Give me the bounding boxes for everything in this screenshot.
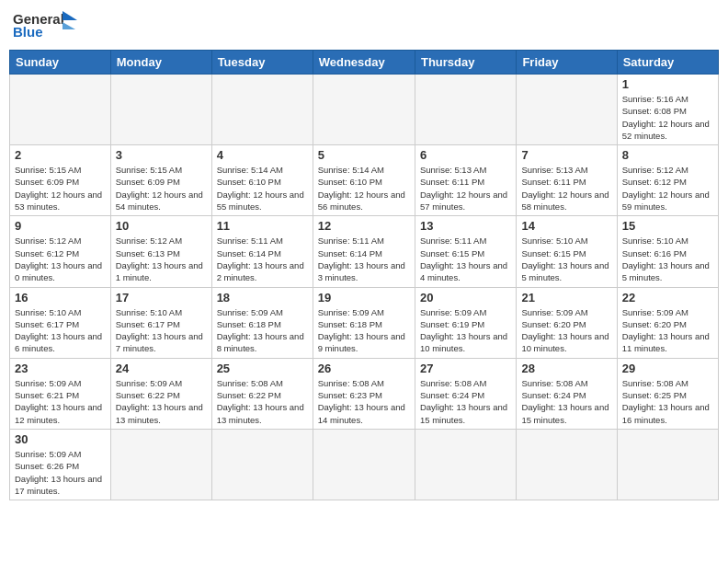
day-info: Sunrise: 5:12 AM Sunset: 6:12 PM Dayligh… bbox=[15, 235, 106, 283]
day-cell bbox=[617, 429, 718, 500]
day-number: 22 bbox=[622, 291, 713, 304]
day-cell: 23Sunrise: 5:09 AM Sunset: 6:21 PM Dayli… bbox=[10, 358, 111, 429]
day-info: Sunrise: 5:08 AM Sunset: 6:24 PM Dayligh… bbox=[521, 377, 611, 426]
day-number: 30 bbox=[15, 432, 106, 446]
day-number: 13 bbox=[420, 219, 511, 233]
day-number: 27 bbox=[420, 362, 511, 375]
day-cell bbox=[415, 75, 516, 145]
day-cell: 30Sunrise: 5:09 AM Sunset: 6:26 PM Dayli… bbox=[10, 429, 111, 500]
day-info: Sunrise: 5:10 AM Sunset: 6:17 PM Dayligh… bbox=[116, 306, 207, 355]
day-number: 29 bbox=[622, 362, 713, 375]
day-info: Sunrise: 5:09 AM Sunset: 6:19 PM Dayligh… bbox=[420, 306, 511, 355]
day-info: Sunrise: 5:11 AM Sunset: 6:15 PM Dayligh… bbox=[420, 235, 511, 283]
day-cell: 14Sunrise: 5:10 AM Sunset: 6:15 PM Dayli… bbox=[517, 216, 617, 287]
day-cell: 12Sunrise: 5:11 AM Sunset: 6:14 PM Dayli… bbox=[313, 216, 415, 287]
day-number: 12 bbox=[318, 219, 410, 233]
day-cell: 1Sunrise: 5:16 AM Sunset: 6:08 PM Daylig… bbox=[617, 75, 718, 145]
week-row-5: 23Sunrise: 5:09 AM Sunset: 6:21 PM Dayli… bbox=[10, 358, 719, 429]
day-cell: 7Sunrise: 5:13 AM Sunset: 6:11 PM Daylig… bbox=[517, 145, 617, 216]
day-info: Sunrise: 5:09 AM Sunset: 6:18 PM Dayligh… bbox=[318, 306, 410, 355]
day-cell: 3Sunrise: 5:15 AM Sunset: 6:09 PM Daylig… bbox=[110, 145, 211, 216]
day-cell: 4Sunrise: 5:14 AM Sunset: 6:10 PM Daylig… bbox=[211, 145, 313, 216]
weekday-header-tuesday: Tuesday bbox=[211, 51, 313, 75]
day-info: Sunrise: 5:10 AM Sunset: 6:16 PM Dayligh… bbox=[622, 235, 713, 283]
day-cell bbox=[415, 429, 516, 500]
day-info: Sunrise: 5:11 AM Sunset: 6:14 PM Dayligh… bbox=[318, 235, 410, 283]
day-number: 2 bbox=[15, 148, 106, 162]
day-cell: 29Sunrise: 5:08 AM Sunset: 6:25 PM Dayli… bbox=[617, 358, 718, 429]
week-row-4: 16Sunrise: 5:10 AM Sunset: 6:17 PM Dayli… bbox=[10, 287, 719, 358]
day-info: Sunrise: 5:09 AM Sunset: 6:20 PM Dayligh… bbox=[622, 306, 713, 355]
day-cell: 22Sunrise: 5:09 AM Sunset: 6:20 PM Dayli… bbox=[617, 287, 718, 358]
day-cell: 2Sunrise: 5:15 AM Sunset: 6:09 PM Daylig… bbox=[10, 145, 111, 216]
day-number: 18 bbox=[217, 291, 308, 304]
day-cell bbox=[110, 75, 211, 145]
day-cell: 11Sunrise: 5:11 AM Sunset: 6:14 PM Dayli… bbox=[211, 216, 313, 287]
day-number: 4 bbox=[217, 148, 308, 162]
day-number: 1 bbox=[622, 77, 713, 91]
day-info: Sunrise: 5:08 AM Sunset: 6:25 PM Dayligh… bbox=[622, 377, 713, 426]
day-cell: 18Sunrise: 5:09 AM Sunset: 6:18 PM Dayli… bbox=[211, 287, 313, 358]
week-row-6: 30Sunrise: 5:09 AM Sunset: 6:26 PM Dayli… bbox=[10, 429, 719, 500]
week-row-3: 9Sunrise: 5:12 AM Sunset: 6:12 PM Daylig… bbox=[10, 216, 719, 287]
day-info: Sunrise: 5:13 AM Sunset: 6:11 PM Dayligh… bbox=[420, 164, 511, 213]
day-number: 16 bbox=[15, 291, 106, 304]
day-cell: 17Sunrise: 5:10 AM Sunset: 6:17 PM Dayli… bbox=[110, 287, 211, 358]
day-cell bbox=[313, 75, 415, 145]
day-cell: 15Sunrise: 5:10 AM Sunset: 6:16 PM Dayli… bbox=[617, 216, 718, 287]
svg-text:Blue: Blue bbox=[13, 24, 43, 40]
day-number: 15 bbox=[622, 219, 713, 233]
day-cell: 19Sunrise: 5:09 AM Sunset: 6:18 PM Dayli… bbox=[313, 287, 415, 358]
svg-marker-2 bbox=[63, 11, 77, 20]
day-number: 5 bbox=[318, 148, 410, 162]
weekday-header-monday: Monday bbox=[110, 51, 211, 75]
day-cell: 9Sunrise: 5:12 AM Sunset: 6:12 PM Daylig… bbox=[10, 216, 111, 287]
day-cell: 13Sunrise: 5:11 AM Sunset: 6:15 PM Dayli… bbox=[415, 216, 516, 287]
day-cell: 21Sunrise: 5:09 AM Sunset: 6:20 PM Dayli… bbox=[517, 287, 617, 358]
day-info: Sunrise: 5:08 AM Sunset: 6:24 PM Dayligh… bbox=[420, 377, 511, 426]
day-info: Sunrise: 5:08 AM Sunset: 6:22 PM Dayligh… bbox=[217, 377, 308, 426]
day-number: 25 bbox=[217, 362, 308, 375]
day-info: Sunrise: 5:14 AM Sunset: 6:10 PM Dayligh… bbox=[318, 164, 410, 213]
day-info: Sunrise: 5:11 AM Sunset: 6:14 PM Dayligh… bbox=[217, 235, 308, 283]
day-cell bbox=[211, 429, 313, 500]
day-cell: 20Sunrise: 5:09 AM Sunset: 6:19 PM Dayli… bbox=[415, 287, 516, 358]
week-row-2: 2Sunrise: 5:15 AM Sunset: 6:09 PM Daylig… bbox=[10, 145, 719, 216]
week-row-1: 1Sunrise: 5:16 AM Sunset: 6:08 PM Daylig… bbox=[10, 75, 719, 145]
day-info: Sunrise: 5:08 AM Sunset: 6:23 PM Dayligh… bbox=[318, 377, 410, 426]
day-cell: 25Sunrise: 5:08 AM Sunset: 6:22 PM Dayli… bbox=[211, 358, 313, 429]
day-cell bbox=[110, 429, 211, 500]
day-cell: 26Sunrise: 5:08 AM Sunset: 6:23 PM Dayli… bbox=[313, 358, 415, 429]
day-cell bbox=[313, 429, 415, 500]
weekday-header-sunday: Sunday bbox=[10, 51, 111, 75]
day-number: 17 bbox=[116, 291, 207, 304]
weekday-header-wednesday: Wednesday bbox=[313, 51, 415, 75]
day-cell bbox=[517, 75, 617, 145]
day-info: Sunrise: 5:12 AM Sunset: 6:12 PM Dayligh… bbox=[622, 164, 713, 213]
day-number: 7 bbox=[521, 148, 611, 162]
weekday-header-thursday: Thursday bbox=[415, 51, 516, 75]
day-number: 3 bbox=[116, 148, 207, 162]
day-cell bbox=[517, 429, 617, 500]
header: GeneralBlue bbox=[9, 9, 719, 44]
weekday-header-saturday: Saturday bbox=[617, 51, 718, 75]
day-cell: 28Sunrise: 5:08 AM Sunset: 6:24 PM Dayli… bbox=[517, 358, 617, 429]
day-number: 20 bbox=[420, 291, 511, 304]
day-number: 21 bbox=[521, 291, 611, 304]
day-cell bbox=[10, 75, 111, 145]
day-info: Sunrise: 5:09 AM Sunset: 6:18 PM Dayligh… bbox=[217, 306, 308, 355]
day-cell: 10Sunrise: 5:12 AM Sunset: 6:13 PM Dayli… bbox=[110, 216, 211, 287]
day-number: 8 bbox=[622, 148, 713, 162]
day-number: 10 bbox=[116, 219, 207, 233]
day-number: 11 bbox=[217, 219, 308, 233]
day-info: Sunrise: 5:09 AM Sunset: 6:22 PM Dayligh… bbox=[116, 377, 207, 426]
day-info: Sunrise: 5:09 AM Sunset: 6:26 PM Dayligh… bbox=[15, 448, 106, 497]
weekday-header-row: SundayMondayTuesdayWednesdayThursdayFrid… bbox=[10, 51, 719, 75]
day-cell: 27Sunrise: 5:08 AM Sunset: 6:24 PM Dayli… bbox=[415, 358, 516, 429]
day-info: Sunrise: 5:13 AM Sunset: 6:11 PM Dayligh… bbox=[521, 164, 611, 213]
day-info: Sunrise: 5:16 AM Sunset: 6:08 PM Dayligh… bbox=[622, 93, 713, 142]
day-number: 26 bbox=[318, 362, 410, 375]
day-number: 24 bbox=[116, 362, 207, 375]
day-info: Sunrise: 5:15 AM Sunset: 6:09 PM Dayligh… bbox=[116, 164, 207, 213]
day-info: Sunrise: 5:09 AM Sunset: 6:21 PM Dayligh… bbox=[15, 377, 106, 426]
